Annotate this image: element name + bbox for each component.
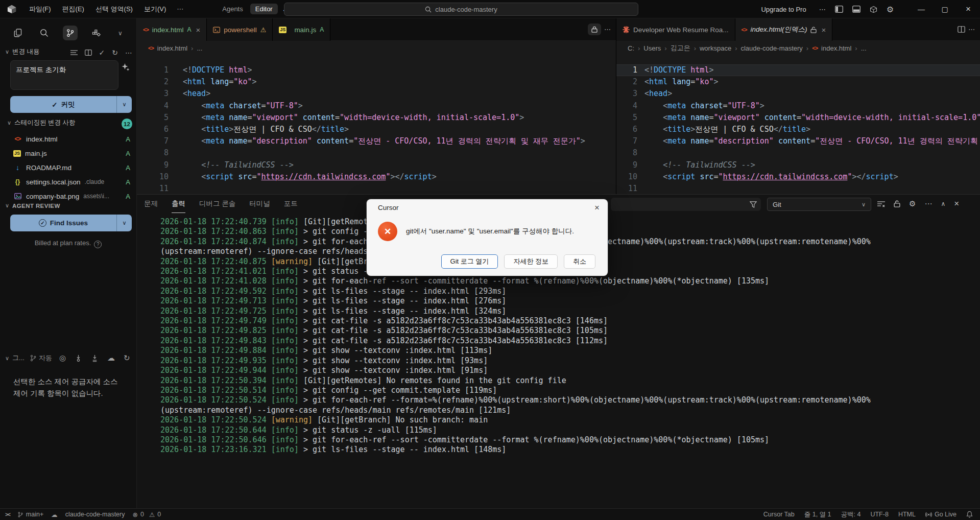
window-close-button[interactable]: × bbox=[957, 0, 980, 18]
source-control-view-icon[interactable] bbox=[63, 26, 78, 40]
code-line[interactable]: 11 bbox=[137, 183, 616, 194]
code-line[interactable]: 5 <meta name="viewport" content="width=d… bbox=[616, 112, 980, 124]
agents-mode-button[interactable]: Agents bbox=[218, 4, 247, 14]
code-line[interactable]: 3<head> bbox=[137, 88, 616, 100]
breadcrumb-item[interactable]: ... bbox=[861, 44, 867, 52]
cursor-tab-item[interactable]: Cursor Tab bbox=[763, 511, 795, 518]
cursor-layout-icon[interactable] bbox=[870, 6, 877, 13]
dialog-close-icon[interactable]: × bbox=[594, 203, 600, 213]
tab-close-icon[interactable]: × bbox=[196, 26, 200, 34]
code-line[interactable]: 7 <meta name="description" content="전상면 … bbox=[137, 135, 616, 147]
menu-edit[interactable]: 편집(E) bbox=[57, 0, 90, 18]
notifications-bell-icon[interactable] bbox=[966, 511, 973, 518]
menu-selection[interactable]: 선택 영역(S) bbox=[90, 0, 138, 18]
maximize-panel-chevron-icon[interactable]: ∧ bbox=[941, 200, 945, 207]
file-row[interactable]: ↓ROADMAP.mdA bbox=[0, 160, 136, 175]
close-panel-icon[interactable]: × bbox=[954, 199, 959, 209]
code-line[interactable]: 6 <title>전상면 | CFO & CSO</title> bbox=[137, 124, 616, 135]
fetch-icon[interactable] bbox=[75, 354, 82, 362]
file-row[interactable]: <>index.htmlA bbox=[0, 132, 136, 146]
command-center-search[interactable]: claude-code-mastery bbox=[284, 3, 638, 16]
find-issues-button[interactable]: ✓ Find Issues ∨ bbox=[10, 215, 132, 231]
panel-tab-문제[interactable]: 문제 bbox=[144, 195, 158, 213]
view-as-list-icon[interactable] bbox=[70, 50, 78, 56]
tab-close-icon[interactable]: × bbox=[821, 26, 826, 34]
generate-commit-message-icon[interactable] bbox=[122, 63, 130, 72]
toggle-sidebar-icon[interactable] bbox=[835, 6, 843, 13]
code-line[interactable]: 6 <title>전상면 | CFO & CSO</title> bbox=[616, 124, 980, 135]
tab-index-html-preview[interactable]: <> index.html(인덱스) × bbox=[735, 18, 833, 41]
breadcrumb-item[interactable]: claude-code-mastery bbox=[740, 44, 802, 52]
agent-review-header[interactable]: ∨ AGENT REVIEW bbox=[0, 202, 60, 209]
code-line[interactable]: 3<head> bbox=[616, 88, 980, 100]
menu-more-icon[interactable]: ⋯ bbox=[172, 0, 188, 18]
code-line[interactable]: 9 <!-- TailwindCSS --> bbox=[137, 159, 616, 171]
code-line[interactable]: 9 <!-- TailwindCSS --> bbox=[616, 159, 980, 171]
code-line[interactable]: 4 <meta charset="UTF-8"> bbox=[137, 100, 616, 112]
panel-settings-gear-icon[interactable]: ⚙ bbox=[909, 199, 916, 208]
breadcrumb-item[interactable]: index.html bbox=[821, 44, 851, 52]
breadcrumb-item[interactable]: Users bbox=[643, 44, 661, 52]
breadcrumb-item[interactable]: ... bbox=[197, 44, 202, 52]
staged-changes-header[interactable]: ∨ 스테이징된 변경 사항 bbox=[0, 119, 76, 127]
code-line[interactable]: 5 <meta name="viewport" content="width=d… bbox=[137, 112, 616, 124]
menu-view[interactable]: 보기(V) bbox=[138, 0, 172, 18]
tab-developer-web-resume[interactable]: Developer Web Resume Roa... bbox=[616, 18, 735, 41]
problems-status-item[interactable]: ⊗ 0 ⚠ 0 bbox=[132, 511, 161, 518]
branch-status-item[interactable]: main+ bbox=[17, 511, 43, 518]
file-row[interactable]: JSmain.jsA bbox=[0, 146, 136, 160]
output-channel-select[interactable]: Git ∨ bbox=[767, 198, 871, 211]
commit-message-input[interactable]: 프로젝트 초기화 bbox=[10, 60, 118, 90]
code-line[interactable]: 11 bbox=[616, 183, 980, 194]
code-line[interactable]: 4 <meta charset="UTF-8"> bbox=[616, 100, 980, 112]
file-row[interactable]: {}settings.local.json.claudeA bbox=[0, 175, 136, 189]
tab-index-html[interactable]: <> index.html A × bbox=[137, 18, 207, 41]
help-question-icon[interactable]: ? bbox=[94, 241, 102, 248]
panel-tab-출력[interactable]: 출력 bbox=[172, 195, 185, 213]
breadcrumb-item[interactable]: C: bbox=[628, 44, 634, 52]
code-line[interactable]: 2<html lang="ko"> bbox=[137, 76, 616, 88]
file-row[interactable]: company-bat.pngassets\i...A bbox=[0, 189, 136, 203]
clear-output-icon[interactable] bbox=[877, 201, 885, 207]
breadcrumb[interactable]: C:›Users›김고은›workspace›claude-code-maste… bbox=[616, 41, 980, 55]
window-restore-button[interactable]: ▢ bbox=[933, 0, 957, 18]
panel-tab-포트[interactable]: 포트 bbox=[284, 195, 298, 213]
extensions-view-icon[interactable] bbox=[89, 26, 104, 40]
editor-more-actions-icon[interactable]: ⋯ bbox=[604, 26, 611, 33]
toggle-panel-icon[interactable] bbox=[852, 6, 861, 13]
graph-section-header[interactable]: ∨ 그... 자동 ◎ ☁ ↻ bbox=[0, 353, 136, 363]
tab-powershell[interactable]: powershell ⚠ bbox=[207, 18, 273, 41]
panel-tab-터미널[interactable]: 터미널 bbox=[249, 195, 270, 213]
code-line[interactable]: 1<!DOCTYPE html> bbox=[616, 64, 980, 76]
language-mode-item[interactable]: HTML bbox=[898, 511, 916, 518]
breadcrumb-item[interactable]: 김고은 bbox=[671, 43, 690, 53]
line-col-item[interactable]: 줄 1, 열 1 bbox=[804, 510, 831, 519]
pull-icon[interactable] bbox=[91, 354, 99, 362]
code-line[interactable]: 10 <script src="https://cdn.tailwindcss.… bbox=[616, 171, 980, 183]
tab-main-js[interactable]: JS main.js A bbox=[273, 18, 330, 41]
settings-gear-icon[interactable]: ⚙ bbox=[887, 5, 894, 14]
breadcrumb-item[interactable]: workspace bbox=[700, 44, 731, 52]
code-line[interactable]: 8 bbox=[616, 147, 980, 159]
titlebar-more-icon[interactable]: ⋯ bbox=[819, 6, 826, 13]
commit-button[interactable]: ✓ 커밋 ∨ bbox=[10, 96, 132, 113]
split-editor-icon[interactable] bbox=[958, 26, 965, 33]
scm-more-actions-icon[interactable]: ⋯ bbox=[125, 49, 132, 57]
code-line[interactable]: 8 bbox=[137, 147, 616, 159]
repo-name-item[interactable]: claude-code-mastery bbox=[65, 511, 125, 518]
output-filter-input[interactable] bbox=[611, 198, 761, 211]
open-git-log-button[interactable]: Git 로그 열기 bbox=[441, 254, 498, 269]
unlock-icon[interactable] bbox=[810, 27, 817, 33]
cloud-upload-icon[interactable]: ☁ bbox=[107, 353, 115, 363]
code-line[interactable]: 1<!DOCTYPE html> bbox=[137, 64, 616, 76]
commit-dropdown-button[interactable]: ∨ bbox=[116, 96, 132, 113]
refresh-icon[interactable]: ↻ bbox=[112, 49, 118, 57]
encoding-item[interactable]: UTF-8 bbox=[870, 511, 888, 518]
open-changes-icon[interactable] bbox=[85, 50, 92, 56]
panel-more-actions-icon[interactable]: ⋯ bbox=[924, 199, 932, 208]
graph-refresh-icon[interactable]: ↻ bbox=[124, 353, 130, 363]
publish-cloud-icon[interactable]: ☁ bbox=[51, 511, 58, 518]
code-line[interactable]: 7 <meta name="description" content="전상면 … bbox=[616, 135, 980, 147]
changes-section-header[interactable]: ∨ 변경 내용 bbox=[0, 48, 40, 56]
panel-tab-디버그 콘솔[interactable]: 디버그 콘솔 bbox=[199, 195, 235, 213]
